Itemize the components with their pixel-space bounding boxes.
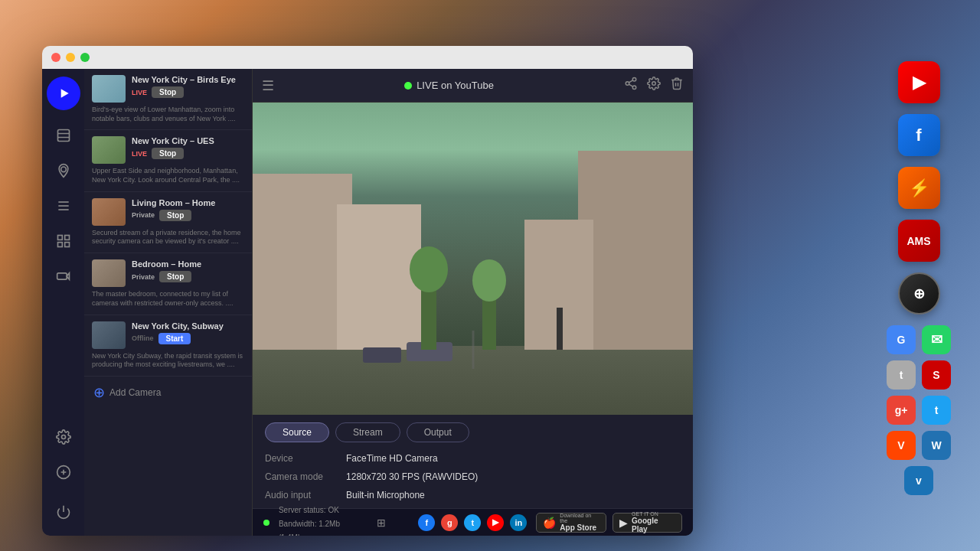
tumblr-icon[interactable]: t [887, 360, 916, 390]
camera-item-2[interactable]: Living Room – Home Private Stop Secured … [84, 192, 252, 253]
youtube-app-icon[interactable]: ▶ [898, 61, 940, 103]
camera-desc-0: Bird's-eye view of Lower Manhattan, zoom… [92, 106, 244, 123]
googleplus-social-icon[interactable]: g [441, 514, 458, 531]
info-grid: Device FaceTime HD Camera Camera mode 12… [265, 453, 681, 500]
live-text: LIVE on YouTube [416, 80, 494, 91]
camera-btn-3[interactable]: Stop [159, 271, 191, 282]
title-bar [42, 46, 693, 69]
camera-name-1: New York City – UES [132, 136, 244, 145]
camera-desc-1: Upper East Side and neighborhood, Manhat… [92, 167, 244, 184]
facebook-app-icon[interactable]: f [898, 114, 940, 156]
ams-app-icon[interactable]: AMS [898, 220, 940, 262]
svg-rect-1 [57, 130, 69, 142]
s-app-icon[interactable]: S [922, 360, 951, 390]
street-scene-bg [253, 103, 693, 415]
live-dot [404, 82, 412, 90]
gplus-icon[interactable]: g+ [887, 396, 916, 425]
camera-item-1[interactable]: New York City – UES LIVE Stop Upper East… [84, 130, 252, 191]
camera-thumb-4 [92, 321, 126, 349]
layers-icon[interactable] [47, 119, 80, 152]
camera-status-2: Private [132, 211, 155, 219]
right-sidebar: ▶ f ⚡ AMS ⊕ G ✉ t S g+ t V W v [873, 61, 965, 495]
top-bar: ☰ LIVE on YouTube [253, 69, 693, 103]
app-logo[interactable] [47, 77, 80, 110]
camera-status-4: Offline [132, 334, 154, 342]
whatsapp-icon[interactable]: ✉ [922, 325, 951, 354]
audio-value: Built-in Microphone [346, 490, 681, 500]
vimeo-icon[interactable]: v [904, 466, 933, 495]
camera-btn-1[interactable]: Stop [152, 148, 184, 159]
thunder-app-icon[interactable]: ⚡ [898, 167, 940, 209]
tab-stream[interactable]: Stream [335, 422, 400, 442]
camera-item-3[interactable]: Bedroom – Home Private Stop The master b… [84, 253, 252, 315]
camera-thumb-1 [92, 136, 126, 164]
svg-marker-0 [60, 89, 68, 98]
camera-desc-4: New York City Subway, the rapid transit … [92, 352, 244, 370]
video-area [253, 103, 693, 415]
camera-btn-2[interactable]: Stop [159, 210, 191, 221]
list-icon[interactable] [47, 190, 80, 222]
add-camera-button[interactable]: ⊕ Add Camera [84, 377, 252, 409]
add-camera-icon: ⊕ [93, 384, 105, 401]
app-store-badge[interactable]: 🍎 Download on the App Store [536, 513, 606, 533]
camera-name-2: Living Room – Home [132, 198, 244, 207]
twitter-small-icon[interactable]: t [922, 396, 951, 425]
close-button[interactable] [51, 53, 60, 62]
google-play-text: GET IT ON Google Play [632, 511, 675, 533]
tab-source[interactable]: Source [265, 422, 329, 442]
menu-icon[interactable]: ☰ [262, 77, 274, 94]
camera-item-0[interactable]: New York City – Birds Eye LIVE Stop Bird… [84, 69, 252, 130]
facebook-social-icon[interactable]: f [418, 514, 435, 531]
add-camera-label: Add Camera [109, 387, 161, 398]
settings-icon[interactable] [47, 421, 80, 453]
camera-name-4: New York City, Subway [132, 321, 244, 331]
icon-sidebar [42, 69, 84, 536]
vine-icon[interactable]: V [887, 431, 916, 460]
device-label: Device [265, 453, 323, 464]
camera-btn-4[interactable]: Start [158, 333, 191, 344]
video-icon[interactable] [47, 260, 80, 292]
svg-line-23 [629, 80, 632, 83]
camera-btn-0[interactable]: Stop [152, 86, 184, 98]
minimize-button[interactable] [66, 53, 75, 62]
svg-rect-12 [57, 273, 67, 279]
plus-icon[interactable] [47, 456, 80, 488]
app-store-text: Download on the App Store [560, 513, 599, 532]
audio-label: Audio input [265, 490, 323, 500]
live-indicator: LIVE on YouTube [404, 80, 494, 91]
bandwidth-icon: ⊞ [377, 517, 386, 529]
google-play-badge[interactable]: ▶ GET IT ON Google Play [612, 513, 682, 533]
camera-list: New York City – Birds Eye LIVE Stop Bird… [84, 69, 253, 536]
maximize-button[interactable] [80, 53, 90, 62]
youtube-social-icon[interactable]: ▶ [487, 514, 504, 531]
tab-output[interactable]: Output [407, 422, 469, 442]
camera-status-3: Private [132, 273, 155, 281]
svg-line-22 [629, 84, 632, 86]
mode-label: Camera mode [265, 471, 323, 482]
store-badges: 🍎 Download on the App Store ▶ GET IT ON … [536, 513, 682, 533]
status-bar: Server status: OK Bandwidth: 1.2Mb /1.4M… [253, 508, 693, 536]
linkedin-social-icon[interactable]: in [510, 514, 527, 531]
power-icon[interactable] [47, 496, 80, 528]
camera-desc-3: The master bedroom, connected to my list… [92, 290, 244, 308]
svg-rect-8 [57, 236, 62, 240]
camera-desc-2: Secured stream of a private residence, t… [92, 229, 244, 246]
settings-top-button[interactable] [647, 77, 661, 94]
camera-status-1: LIVE [132, 150, 147, 158]
camera-item-4[interactable]: New York City, Subway Offline Start New … [84, 315, 252, 377]
share-button[interactable] [624, 77, 638, 94]
twitter-social-icon[interactable]: t [464, 514, 481, 531]
delete-button[interactable] [670, 77, 684, 94]
svg-point-21 [632, 86, 636, 90]
camera-thumb-2 [92, 198, 126, 226]
svg-point-19 [632, 78, 636, 82]
location-icon[interactable] [47, 155, 80, 187]
google-icon[interactable]: G [887, 325, 916, 354]
camera-status-0: LIVE [132, 89, 147, 96]
wordpress-icon[interactable]: W [922, 431, 951, 460]
grid-icon[interactable] [47, 225, 80, 257]
svg-point-14 [61, 435, 65, 439]
s5-app-icon[interactable]: ⊕ [898, 272, 940, 315]
small-icons-group: G ✉ t S g+ t V W v [873, 325, 965, 495]
camera-name-0: New York City – Birds Eye [132, 75, 244, 84]
